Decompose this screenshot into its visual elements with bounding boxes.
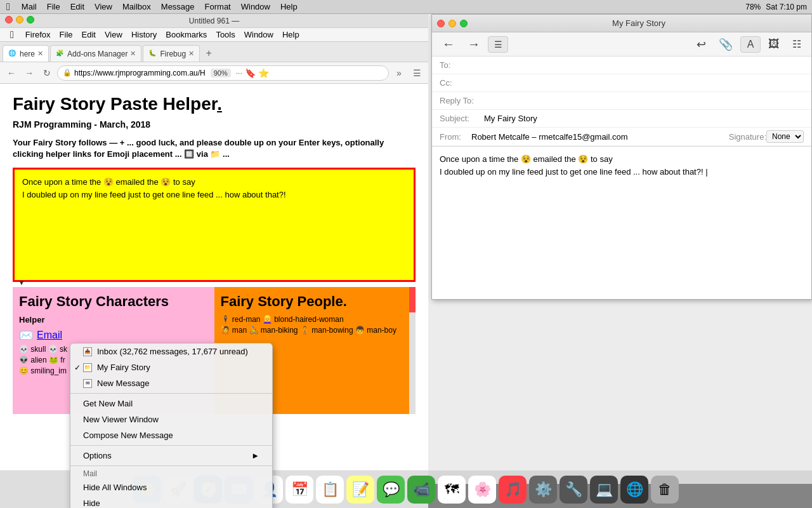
- menu-edit[interactable]: Edit: [65, 2, 89, 11]
- address-url: https://www.rjmprogramming.com.au/H: [74, 69, 206, 77]
- dock-notes[interactable]: 📝: [346, 476, 374, 504]
- tab-favicon-firebug: 🐛: [148, 50, 157, 58]
- ff-menu-help[interactable]: Help: [278, 30, 303, 39]
- firefox-titlebar: Untitled 961 —: [0, 14, 428, 28]
- dock-app1[interactable]: ⚙️: [529, 476, 557, 504]
- context-divider-2: [70, 445, 272, 446]
- dock-app3[interactable]: 💻: [590, 476, 618, 504]
- menu-mail[interactable]: Mail: [16, 2, 42, 11]
- menu-window[interactable]: Window: [236, 2, 275, 11]
- get-new-mail-label: Get New Mail: [83, 399, 133, 408]
- apple-menu[interactable]: : [0, 1, 16, 13]
- mail-list-button[interactable]: ☷: [787, 36, 806, 53]
- ff-menu-file[interactable]: File: [56, 30, 77, 39]
- ff-menu-window[interactable]: Window: [240, 30, 277, 39]
- email-row: ✉️ Email: [19, 328, 208, 342]
- mail-replyto-field: Reply To:: [432, 92, 811, 110]
- dock-app4[interactable]: 🌐: [620, 476, 648, 504]
- mail-actions-dropdown[interactable]: ☰: [488, 36, 508, 53]
- tab-firebug[interactable]: 🐛 Firebug ✕: [143, 45, 200, 62]
- menu-bar:  Mail File Edit View Mailbox Message Fo…: [0, 0, 812, 14]
- forward-button[interactable]: →: [22, 65, 37, 81]
- scrollbar-thumb[interactable]: [409, 287, 416, 312]
- context-menu-compose[interactable]: Compose New Message: [70, 427, 272, 443]
- context-menu-new-message[interactable]: ✉ New Message: [70, 375, 272, 391]
- options-label: Options: [83, 451, 112, 460]
- tab-here[interactable]: 🌐 here ✕: [3, 45, 49, 62]
- tab-close-addons[interactable]: ✕: [130, 50, 136, 58]
- dock-reminders[interactable]: 📋: [316, 476, 344, 504]
- yellow-text-box[interactable]: Once upon a time the 😵 emailed the 😵 to …: [13, 168, 416, 282]
- email-link[interactable]: Email: [37, 330, 62, 341]
- dock-messages[interactable]: 💬: [377, 476, 405, 504]
- ff-menu-bookmarks[interactable]: Bookmarks: [162, 30, 211, 39]
- new-tab-button[interactable]: +: [201, 45, 216, 62]
- context-menu-my-fairy-story[interactable]: 📁 My Fairy Story: [70, 359, 272, 375]
- mail-to-input[interactable]: [484, 60, 804, 70]
- mail-reply-button[interactable]: ↩: [691, 35, 711, 54]
- mail-maximize-button[interactable]: [460, 20, 468, 27]
- ff-menu-view[interactable]: View: [101, 30, 126, 39]
- context-inbox-label: Inbox (32,762 messages, 17,677 unread): [97, 347, 248, 356]
- menu-file[interactable]: File: [42, 2, 65, 11]
- dock-itunes[interactable]: 🎵: [499, 476, 527, 504]
- mail-forward-button[interactable]: →: [462, 34, 485, 54]
- menu-mailbox[interactable]: Mailbox: [117, 2, 156, 11]
- tab-label-addons: Add-ons Manager: [67, 50, 128, 58]
- mail-body[interactable]: Once upon a time the 😵 emailed the 😵 to …: [432, 147, 811, 184]
- mail-back-button[interactable]: ←: [437, 34, 460, 54]
- hide-label: Hide: [83, 498, 100, 508]
- dock-trash[interactable]: 🗑: [651, 476, 679, 504]
- scroll-arrow[interactable]: ▼: [18, 278, 25, 287]
- zoom-level: 90%: [211, 69, 231, 77]
- reload-button[interactable]: ↻: [39, 65, 55, 81]
- ff-menu-firefox[interactable]: Firefox: [22, 30, 55, 39]
- context-menu-options[interactable]: Options ►: [70, 448, 272, 464]
- tab-addons[interactable]: 🧩 Add-ons Manager ✕: [50, 45, 141, 62]
- dock-photos[interactable]: 🌸: [468, 476, 496, 504]
- back-button[interactable]: ←: [4, 65, 19, 81]
- maximize-button[interactable]: [27, 16, 34, 23]
- tab-close-here[interactable]: ✕: [37, 50, 43, 58]
- context-menu-get-new-mail[interactable]: Get New Mail: [70, 396, 272, 411]
- menu-button[interactable]: ☰: [409, 65, 424, 81]
- mail-minimize-button[interactable]: [449, 20, 456, 27]
- menu-help[interactable]: Help: [275, 2, 303, 11]
- yellow-box-line1: Once upon a time the 😵 emailed the 😵 to …: [22, 176, 406, 189]
- ff-menu-history[interactable]: History: [128, 30, 160, 39]
- web-scrollbar[interactable]: [409, 287, 416, 414]
- hide-all-windows-label: Hide All Windows: [83, 483, 147, 492]
- tab-close-firebug[interactable]: ✕: [188, 50, 194, 58]
- dock-calendar[interactable]: 📅: [285, 476, 313, 504]
- mail-signature-select[interactable]: None: [766, 130, 804, 143]
- menu-message[interactable]: Message: [156, 2, 200, 11]
- close-button[interactable]: [5, 16, 13, 23]
- mail-to-label: To:: [440, 60, 484, 70]
- mail-photo-button[interactable]: 🖼: [763, 35, 785, 53]
- tab-label-firebug: Firebug: [160, 50, 186, 58]
- context-menu-inbox[interactable]: 📥 Inbox (32,762 messages, 17,677 unread): [70, 344, 272, 359]
- address-input[interactable]: 🔒 https://www.rjmprogramming.com.au/H 90…: [57, 65, 389, 81]
- mail-close-button[interactable]: [437, 20, 445, 27]
- menu-format[interactable]: Format: [200, 2, 236, 11]
- mail-window-title: My Fairy Story: [471, 18, 806, 28]
- mail-subject-input[interactable]: [484, 114, 804, 123]
- ff-menu-tools[interactable]: Tools: [212, 30, 239, 39]
- mail-cc-input[interactable]: [484, 78, 804, 88]
- mail-from-value: Robert Metcalfe – rmetcalfe15@gmail.com: [471, 132, 724, 142]
- mail-replyto-input[interactable]: [484, 96, 804, 105]
- dock-app2[interactable]: 🔧: [560, 476, 587, 504]
- menu-view[interactable]: View: [89, 2, 117, 11]
- context-menu-hide[interactable]: Hide: [70, 495, 272, 508]
- firefox-title: Untitled 961 —: [189, 17, 239, 25]
- context-menu-hide-all-windows[interactable]: Hide All Windows: [70, 479, 272, 495]
- ff-menu-edit[interactable]: Edit: [78, 30, 100, 39]
- mail-format-button[interactable]: A: [740, 36, 761, 53]
- tab-favicon-here: 🌐: [8, 50, 17, 58]
- dock-maps[interactable]: 🗺: [438, 476, 466, 504]
- context-menu-new-viewer[interactable]: New Viewer Window: [70, 411, 272, 427]
- dock-facetime[interactable]: 📹: [407, 476, 435, 504]
- mail-attach-button[interactable]: 📎: [714, 35, 738, 54]
- minimize-button[interactable]: [16, 16, 23, 23]
- extensions-button[interactable]: »: [391, 65, 407, 81]
